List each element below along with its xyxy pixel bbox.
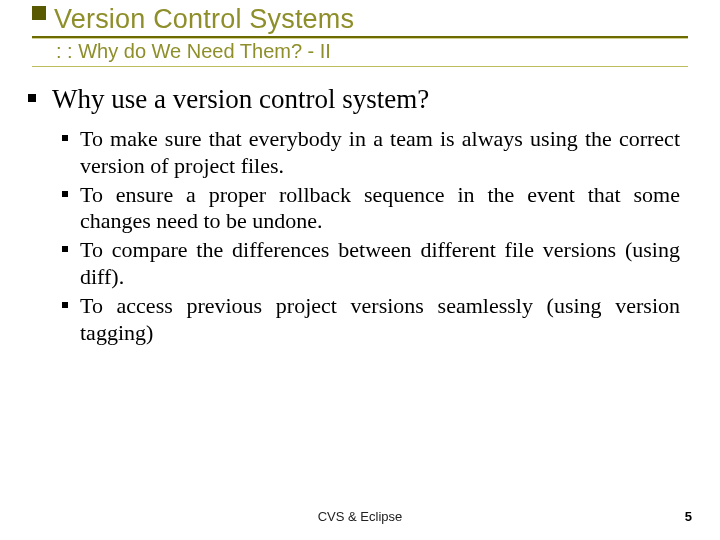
list-item: To compare the differences between diffe… [80, 237, 680, 291]
list-item: To ensure a proper rollback sequence in … [80, 182, 680, 236]
slide: Version Control Systems : : Why do We Ne… [0, 0, 720, 540]
list-item: To access previous project versions seam… [80, 293, 680, 347]
list-item-text: To access previous project versions seam… [80, 293, 680, 345]
title-underline [32, 36, 688, 38]
level1-item: Why use a version control system? [28, 84, 429, 115]
slide-subtitle: : : Why do We Need Them? - II [56, 40, 331, 63]
list-item-text: To compare the differences between diffe… [80, 237, 680, 289]
footer-center-text: CVS & Eclipse [0, 509, 720, 524]
page-number: 5 [685, 509, 692, 524]
title-bullet-square [32, 6, 46, 20]
list-item-text: To make sure that everybody in a team is… [80, 126, 680, 178]
subtitle-underline [32, 66, 688, 67]
list-item-text: To ensure a proper rollback sequence in … [80, 182, 680, 234]
level1-text: Why use a version control system? [52, 84, 429, 114]
slide-title: Version Control Systems [54, 4, 354, 35]
level2-list: To make sure that everybody in a team is… [80, 126, 680, 349]
list-item: To make sure that everybody in a team is… [80, 126, 680, 180]
